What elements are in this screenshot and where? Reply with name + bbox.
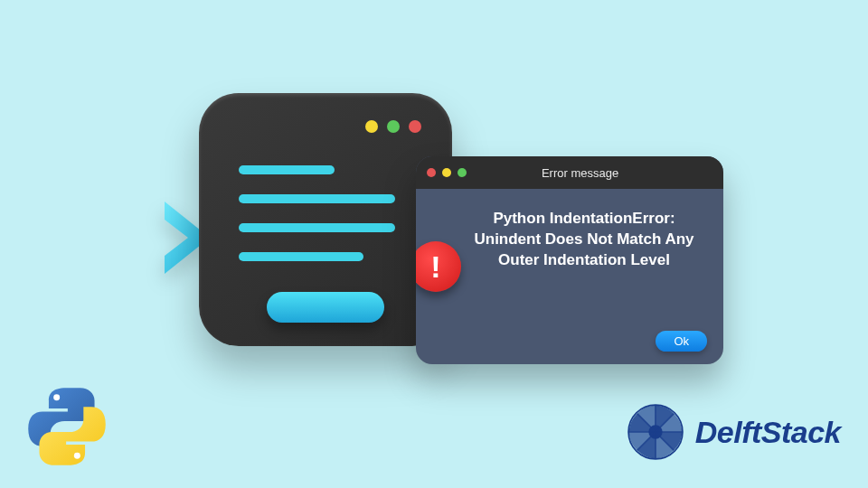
code-lines-decoration (239, 165, 412, 261)
svg-point-0 (53, 394, 60, 400)
svg-point-1 (74, 453, 80, 459)
delftstack-text: DelftStack (695, 415, 841, 450)
maximize-dot-icon (458, 168, 467, 177)
error-dialog: Error message ! Python IndentationError:… (416, 156, 723, 364)
close-dot-icon (427, 168, 436, 177)
delftstack-logo: DelftStack (625, 401, 841, 463)
code-editor-icon (199, 93, 452, 346)
code-pill-decoration (267, 292, 384, 323)
python-logo-icon (24, 383, 110, 470)
minimize-dot-icon (365, 120, 378, 133)
traffic-lights-front (427, 168, 467, 177)
maximize-dot-icon (387, 120, 400, 133)
alert-icon: ! (416, 241, 461, 292)
traffic-lights-back (365, 120, 421, 133)
ok-button[interactable]: Ok (656, 331, 707, 352)
close-dot-icon (409, 120, 421, 133)
dialog-title: Error message (473, 166, 687, 180)
dialog-titlebar: Error message (416, 156, 723, 189)
error-message: Python IndentationError: Unindent Does N… (467, 209, 702, 271)
mandala-icon (625, 401, 686, 463)
minimize-dot-icon (442, 168, 451, 177)
